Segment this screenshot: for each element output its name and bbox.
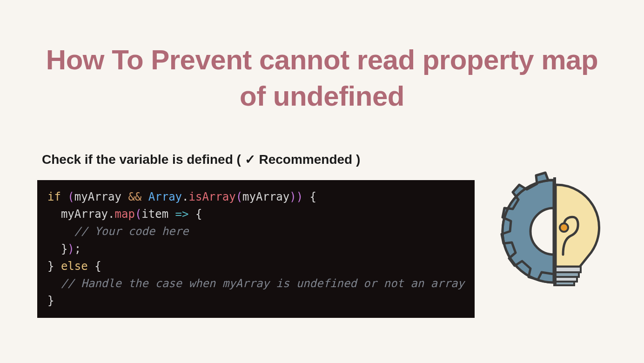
- gear-half: [502, 173, 554, 282]
- subtitle-prefix: Check if the variable is defined (: [42, 152, 245, 167]
- subtitle: Check if the variable is defined ( ✓ Rec…: [37, 152, 607, 167]
- page-container: How To Prevent cannot read property map …: [0, 0, 644, 336]
- svg-point-0: [560, 223, 568, 232]
- gear-lightbulb-icon: [493, 171, 614, 292]
- check-icon: ✓: [245, 152, 255, 167]
- keyword-else: else: [61, 260, 88, 273]
- page-title: How To Prevent cannot read property map …: [37, 42, 607, 114]
- keyword-if: if: [47, 190, 61, 203]
- code-block: if (myArray && Array.isArray(myArray)) {…: [37, 180, 475, 318]
- svg-rect-4: [556, 282, 574, 285]
- subtitle-suffix: Recommended ): [255, 152, 361, 167]
- content-row: if (myArray && Array.isArray(myArray)) {…: [37, 180, 607, 318]
- lightbulb-half: [556, 185, 599, 285]
